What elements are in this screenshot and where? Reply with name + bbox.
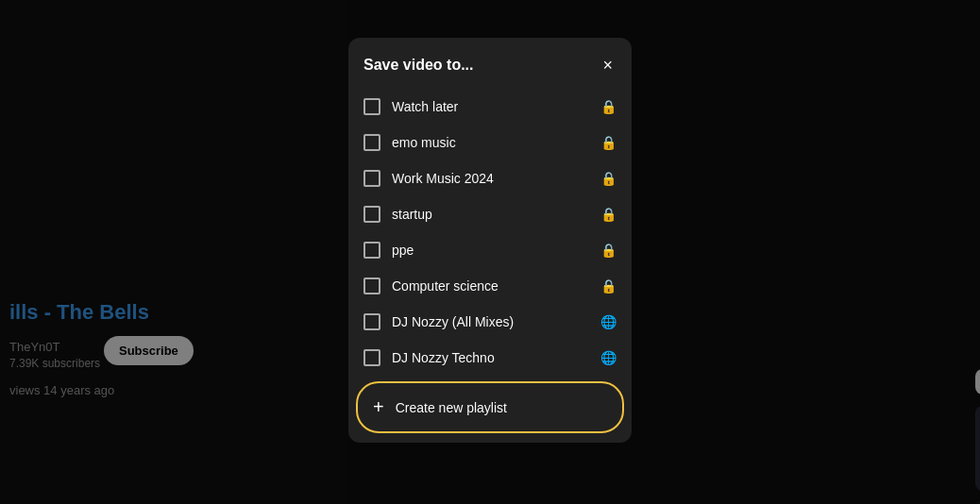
playlist-name-watch-later: Watch later — [392, 99, 589, 114]
lock-icon-work-music-2024: 🔒 — [600, 171, 617, 186]
playlist-name-startup: startup — [392, 207, 589, 222]
playlist-list[interactable]: Watch later 🔒 emo music 🔒 Work Music 202… — [348, 89, 632, 376]
playlist-name-dj-nozzy-techno: DJ Nozzy Techno — [392, 350, 589, 365]
lock-icon-ppe: 🔒 — [600, 243, 617, 258]
globe-icon-dj-nozzy-all-mixes: 🌐 — [600, 314, 617, 329]
playlist-checkbox-startup[interactable] — [363, 206, 380, 223]
playlist-name-dj-nozzy-all-mixes: DJ Nozzy (All Mixes) — [392, 314, 589, 329]
playlist-name-ppe: ppe — [392, 243, 589, 258]
playlist-item-dj-nozzy-all-mixes[interactable]: DJ Nozzy (All Mixes) 🌐 — [352, 304, 628, 340]
playlist-item-dj-nozzy-techno[interactable]: DJ Nozzy Techno 🌐 — [352, 340, 628, 376]
playlist-checkbox-dj-nozzy-techno[interactable] — [363, 349, 380, 366]
playlist-name-work-music-2024: Work Music 2024 — [392, 171, 589, 186]
playlist-item-watch-later[interactable]: Watch later 🔒 — [352, 89, 628, 125]
modal-header: Save video to... × — [348, 38, 632, 89]
plus-icon: + — [373, 396, 384, 418]
playlist-item-ppe[interactable]: ppe 🔒 — [352, 232, 628, 268]
playlist-item-work-music-2024[interactable]: Work Music 2024 🔒 — [352, 160, 628, 196]
lock-icon-computer-science: 🔒 — [600, 278, 617, 294]
playlist-checkbox-dj-nozzy-all-mixes[interactable] — [363, 313, 380, 330]
lock-icon-emo-music: 🔒 — [600, 135, 617, 150]
playlist-checkbox-emo-music[interactable] — [363, 134, 380, 151]
globe-icon-dj-nozzy-techno: 🌐 — [600, 350, 617, 365]
playlist-name-computer-science: Computer science — [392, 278, 589, 294]
modal-close-button[interactable]: × — [599, 53, 617, 77]
lock-icon-startup: 🔒 — [600, 207, 617, 222]
lock-icon-watch-later: 🔒 — [600, 99, 617, 114]
modal-overlay: Save video to... × Watch later 🔒 emo mus… — [0, 0, 980, 504]
playlist-checkbox-work-music-2024[interactable] — [363, 170, 380, 187]
create-new-label: Create new playlist — [396, 400, 507, 415]
playlist-checkbox-ppe[interactable] — [363, 242, 380, 259]
modal-title: Save video to... — [363, 57, 473, 74]
playlist-name-emo-music: emo music — [392, 135, 589, 150]
playlist-item-computer-science[interactable]: Computer science 🔒 — [352, 268, 628, 304]
playlist-item-startup[interactable]: startup 🔒 — [352, 196, 628, 232]
playlist-checkbox-computer-science[interactable] — [363, 277, 380, 294]
playlist-item-emo-music[interactable]: emo music 🔒 — [352, 125, 628, 160]
playlist-checkbox-watch-later[interactable] — [363, 98, 380, 115]
save-video-modal: Save video to... × Watch later 🔒 emo mus… — [348, 38, 632, 443]
create-new-playlist-button[interactable]: + Create new playlist — [356, 381, 624, 433]
